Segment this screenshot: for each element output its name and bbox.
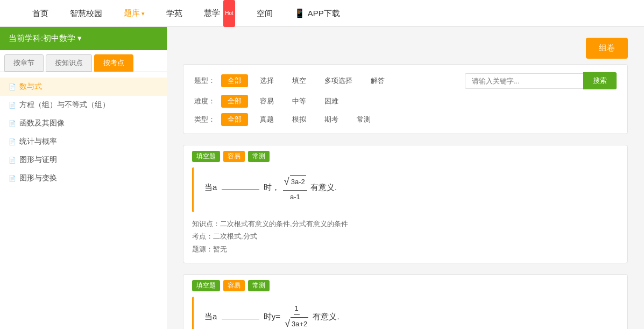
q1-middle: 时， [264, 183, 280, 192]
search-box-area: 搜索 [465, 72, 617, 89]
question-tags-2: 填空题 容易 常测 [183, 275, 627, 297]
nav-smart-campus[interactable]: 智慧校园 [59, 0, 113, 27]
sqrt-sign: √ [284, 173, 289, 190]
question-tags-1: 填空题 容易 常测 [183, 145, 627, 167]
tree-item-label: 数与式 [19, 82, 42, 92]
qtag-common-2: 常测 [248, 280, 270, 291]
filter-difficulty-medium[interactable]: 中等 [286, 95, 313, 108]
q2-blank [222, 319, 259, 319]
filter-row-difficulty: 难度： 全部 容易 中等 困难 [194, 95, 617, 108]
q1-denominator: a-1 [289, 191, 301, 203]
question-card-2: 填空题 容易 常测 当a 时y= 1 √ 3a+2 [183, 274, 628, 329]
q1-sqrt: √ 3a-2 [284, 173, 306, 190]
nav-app-label: APP下载 [308, 0, 340, 27]
filter-type-fill[interactable]: 填空 [286, 74, 313, 87]
subject-button[interactable]: 当前学科:初中数学 ▾ [0, 27, 167, 50]
filter-category-mock[interactable]: 模拟 [286, 113, 313, 126]
nav-app-download[interactable]: 📱 APP下载 [284, 0, 351, 27]
filter-type-choice[interactable]: 选择 [253, 74, 280, 87]
nav-space[interactable]: 空间 [246, 0, 284, 27]
filter-type-multi[interactable]: 多项选择 [318, 74, 359, 87]
tab-by-knowledge[interactable]: 按知识点 [46, 54, 92, 72]
q2-suffix: 有意义. [313, 312, 339, 321]
hot-badge: Hot [223, 0, 235, 27]
sqrt-sign-2: √ [285, 315, 290, 329]
filter-category-real[interactable]: 真题 [253, 113, 280, 126]
tree-item-label: 统计与概率 [19, 137, 57, 146]
tree-item-functions[interactable]: 📄 函数及其图像 [0, 114, 167, 132]
tree-item-label: 方程（组）与不等式（组） [19, 100, 110, 110]
tree-item-statistics[interactable]: 📄 统计与概率 [0, 132, 167, 151]
tree-icon: 📄 [9, 138, 16, 145]
filter-type-all[interactable]: 全部 [221, 74, 248, 87]
tree-item-label: 函数及其图像 [19, 118, 65, 128]
tree-item-numbers[interactable]: 📄 数与式 [0, 78, 167, 96]
tree-item-transform[interactable]: 📄 图形与变换 [0, 169, 167, 187]
search-button[interactable]: 搜索 [583, 72, 617, 89]
filter-difficulty-easy[interactable]: 容易 [253, 95, 280, 108]
filter-category-label: 类型： [194, 115, 216, 124]
tab-by-chapter[interactable]: 按章节 [4, 54, 44, 72]
filter-category-common[interactable]: 常测 [350, 113, 377, 126]
sidebar: 当前学科:初中数学 ▾ 按章节 按知识点 按考点 📄 数与式 📄 方程（组）与不… [0, 27, 167, 329]
question-body-1: 当a 时， √ 3a-2 a-1 有意义. [192, 167, 619, 212]
tree-list: 📄 数与式 📄 方程（组）与不等式（组） 📄 函数及其图像 📄 统计与概率 📄 … [0, 72, 167, 193]
meta-source: 题源：暂无 [192, 243, 619, 255]
subject-label: 当前学科:初中数学 ▾ [9, 33, 82, 44]
q2-prefix: 当a [204, 312, 217, 321]
filter-bar: 题型： 全部 选择 填空 多项选择 解答 搜索 难度： 全部 容易 中等 困难 … [183, 64, 628, 134]
tree-item-label: 图形与变换 [19, 173, 57, 183]
q1-suffix: 有意义. [310, 183, 337, 192]
tree-icon: 📄 [9, 120, 16, 127]
q1-numerator: √ 3a-2 [283, 173, 307, 191]
navigation-bar: 首页 智慧校园 题库 学苑 慧学 Hot 空间 📱 APP下载 [0, 0, 644, 27]
filter-category-exam[interactable]: 期考 [318, 113, 345, 126]
filter-row-category: 类型： 全部 真题 模拟 期考 常测 [194, 113, 617, 126]
tree-item-geometry[interactable]: 📄 图形与证明 [0, 151, 167, 169]
qtag-easy: 容易 [223, 151, 245, 162]
tree-item-label: 图形与证明 [19, 155, 57, 165]
compose-button[interactable]: 组卷 [586, 38, 628, 59]
meta-knowledge: 知识点：二次根式有意义的条件,分式有意义的条件 [192, 218, 619, 230]
q2-denominator: √ 3a+2 [284, 315, 309, 329]
question-card-1: 填空题 容易 常测 当a 时， √ 3a-2 a-1 [183, 145, 628, 263]
tab-bar: 按章节 按知识点 按考点 [0, 50, 167, 72]
meta-exam: 考点：二次根式,分式 [192, 230, 619, 242]
filter-difficulty-label: 难度： [194, 96, 216, 106]
tree-icon: 📄 [9, 83, 16, 90]
q2-fraction: 1 √ 3a+2 [284, 302, 309, 329]
tree-icon: 📄 [9, 102, 16, 109]
filter-category-all[interactable]: 全部 [221, 113, 248, 126]
content-area: 组卷 题型： 全部 选择 填空 多项选择 解答 搜索 难度： 全部 容易 中等 [167, 27, 644, 329]
filter-row-type: 题型： 全部 选择 填空 多项选择 解答 搜索 [194, 72, 617, 89]
filter-type-label: 题型： [194, 76, 216, 86]
qtag-fill: 填空题 [192, 151, 220, 162]
sqrt-content: 3a-2 [290, 175, 306, 188]
filter-type-answer[interactable]: 解答 [364, 74, 391, 87]
phone-icon: 📱 [294, 0, 305, 27]
filter-difficulty-all[interactable]: 全部 [221, 95, 248, 108]
search-input[interactable] [465, 73, 583, 89]
qtag-common: 常测 [248, 151, 270, 162]
question-body-2: 当a 时y= 1 √ 3a+2 有意义. [192, 297, 619, 329]
tab-by-exam-point[interactable]: 按考点 [94, 54, 133, 72]
tree-icon: 📄 [9, 157, 16, 164]
nav-academy[interactable]: 学苑 [155, 0, 193, 27]
tree-item-equations[interactable]: 📄 方程（组）与不等式（组） [0, 96, 167, 114]
q1-blank [222, 190, 259, 190]
main-container: 当前学科:初中数学 ▾ 按章节 按知识点 按考点 📄 数与式 📄 方程（组）与不… [0, 27, 644, 329]
qtag-fill-2: 填空题 [192, 280, 220, 291]
q2-sqrt: √ 3a+2 [285, 315, 308, 329]
question-meta-1: 知识点：二次根式有意义的条件,分式有意义的条件 考点：二次根式,分式 题源：暂无 [183, 212, 627, 263]
nav-question-bank[interactable]: 题库 [113, 0, 155, 27]
q1-fraction: √ 3a-2 a-1 [283, 173, 307, 204]
sqrt-content-2: 3a+2 [291, 317, 308, 329]
nav-home[interactable]: 首页 [22, 0, 59, 27]
tree-icon: 📄 [9, 175, 16, 182]
q2-numerator: 1 [294, 302, 300, 315]
nav-menu: 首页 智慧校园 题库 学苑 慧学 Hot 空间 📱 APP下载 [22, 0, 622, 27]
qtag-easy-2: 容易 [223, 280, 245, 291]
nav-wisdom[interactable]: 慧学 Hot [193, 0, 246, 27]
filter-difficulty-hard[interactable]: 困难 [318, 95, 345, 108]
q1-prefix: 当a [204, 183, 217, 192]
